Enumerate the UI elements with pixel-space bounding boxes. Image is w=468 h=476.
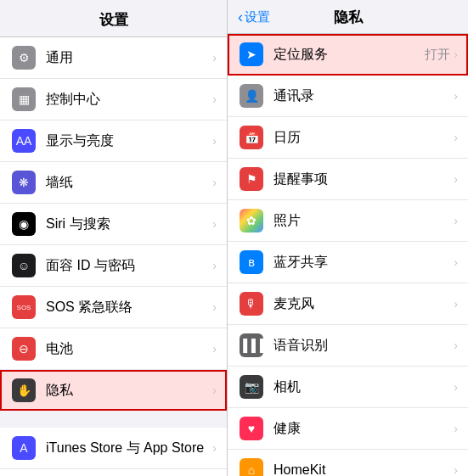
privacy-item-reminders[interactable]: ⚑提醒事项› [228,159,468,200]
sos-chevron-icon: › [212,300,217,314]
location-privacy-icon: ➤ [240,42,263,66]
control-icon: ▦ [12,87,36,111]
contacts-privacy-chevron-icon: › [454,89,458,103]
settings-item-general[interactable]: ⚙通用› [0,37,227,79]
settings-item-itunes[interactable]: AiTunes Store 与 App Store› [0,428,227,469]
sos-icon: SOS [12,295,36,319]
privacy-chevron-icon: › [212,384,217,397]
settings-group-1: ⚙通用›▦控制中心›AA显示与亮度›❋墙纸›◉Siri 与搜索›☺面容 ID 与… [0,37,227,411]
location-privacy-label: 定位服务 [273,46,425,64]
photos-privacy-label: 照片 [273,212,454,230]
privacy-item-location[interactable]: ➤定位服务打开› [228,34,468,76]
speech-privacy-label: 语音识别 [273,337,454,355]
settings-item-battery[interactable]: ⊖电池› [0,328,227,370]
siri-chevron-icon: › [212,217,217,231]
location-privacy-chevron-icon: › [454,48,458,61]
camera-privacy-icon: 📷 [240,375,263,399]
reminders-privacy-icon: ⚑ [240,167,263,191]
privacy-item-camera[interactable]: 📷相机› [228,367,468,408]
contacts-privacy-icon: 👤 [240,84,263,108]
general-chevron-icon: › [212,51,217,64]
calendar-privacy-icon: 📅 [240,126,263,149]
speech-privacy-chevron-icon: › [454,339,458,352]
group-separator-1 [0,411,227,428]
privacy-item-photos[interactable]: ✿照片› [228,200,468,242]
calendar-privacy-chevron-icon: › [454,131,458,144]
homekit-privacy-icon: ⌂ [240,458,263,476]
left-panel: 设置 ⚙通用›▦控制中心›AA显示与亮度›❋墙纸›◉Siri 与搜索›☺面容 I… [0,0,228,476]
settings-item-faceid[interactable]: ☺面容 ID 与密码› [0,245,227,287]
siri-label: Siri 与搜索 [46,216,212,233]
bluetooth-privacy-chevron-icon: › [454,255,458,269]
faceid-label: 面容 ID 与密码 [46,257,212,275]
siri-icon: ◉ [12,212,36,236]
itunes-label: iTunes Store 与 App Store [46,440,212,457]
wallpaper-icon: ❋ [12,171,36,194]
back-button[interactable]: ‹ 设置 [238,8,270,26]
left-panel-header: 设置 [0,0,227,37]
settings-item-privacy[interactable]: ✋隐私› [0,370,227,411]
camera-privacy-chevron-icon: › [454,380,458,394]
speech-privacy-icon: ▐▐▐ [240,333,263,357]
general-icon: ⚙ [12,46,36,70]
location-status: 打开 [425,47,450,63]
settings-item-control[interactable]: ▦控制中心› [0,79,227,120]
reminders-privacy-label: 提醒事项 [273,171,454,188]
calendar-privacy-label: 日历 [273,129,454,147]
general-label: 通用 [46,49,212,67]
bluetooth-privacy-label: 蓝牙共享 [273,254,454,272]
contacts-privacy-label: 通讯录 [273,87,454,105]
privacy-item-health[interactable]: ♥健康› [228,408,468,450]
microphone-privacy-label: 麦克风 [273,295,454,313]
microphone-privacy-icon: 🎙 [240,292,263,316]
battery-label: 电池 [46,340,212,358]
privacy-item-homekit[interactable]: ⌂HomeKit› [228,450,468,476]
privacy-item-calendar[interactable]: 📅日历› [228,117,468,159]
wallpaper-chevron-icon: › [212,176,217,189]
control-label: 控制中心 [46,91,212,109]
health-privacy-icon: ♥ [240,417,263,440]
privacy-icon: ✋ [12,378,36,402]
photos-privacy-chevron-icon: › [454,214,458,227]
settings-group-2: AiTunes Store 与 App Store›▤钱包与 Apple Pay… [0,428,227,476]
right-panel: ‹ 设置 隐私 ➤定位服务打开›👤通讯录›📅日历›⚑提醒事项›✿照片›ʙ蓝牙共享… [228,0,468,476]
wallpaper-label: 墙纸 [46,174,212,192]
display-label: 显示与亮度 [46,132,212,150]
microphone-privacy-chevron-icon: › [454,297,458,311]
battery-icon: ⊖ [12,337,36,361]
faceid-icon: ☺ [12,254,36,277]
reminders-privacy-chevron-icon: › [454,172,458,186]
privacy-item-speech[interactable]: ▐▐▐语音识别› [228,325,468,367]
display-icon: AA [12,129,36,153]
privacy-label: 隐私 [46,382,212,400]
right-header: ‹ 设置 隐私 [228,0,468,34]
photos-privacy-icon: ✿ [240,209,263,232]
settings-item-sos[interactable]: SOSSOS 紧急联络› [0,287,227,328]
back-label: 设置 [245,9,270,25]
itunes-chevron-icon: › [212,441,217,455]
itunes-icon: A [12,436,36,460]
battery-chevron-icon: › [212,342,217,356]
privacy-list: ➤定位服务打开›👤通讯录›📅日历›⚑提醒事项›✿照片›ʙ蓝牙共享›🎙麦克风›▐▐… [228,34,468,476]
privacy-item-microphone[interactable]: 🎙麦克风› [228,283,468,325]
settings-item-wallet[interactable]: ▤钱包与 Apple Pay› [0,469,227,476]
control-chevron-icon: › [212,92,217,106]
health-privacy-label: 健康 [273,420,454,438]
camera-privacy-label: 相机 [273,378,454,396]
settings-item-display[interactable]: AA显示与亮度› [0,120,227,162]
homekit-privacy-label: HomeKit [273,462,454,476]
left-title: 设置 [99,12,128,28]
back-chevron-icon: ‹ [238,8,243,26]
right-title: 隐私 [334,8,363,27]
privacy-item-bluetooth[interactable]: ʙ蓝牙共享› [228,242,468,283]
sos-label: SOS 紧急联络 [46,299,212,316]
privacy-group: ➤定位服务打开›👤通讯录›📅日历›⚑提醒事项›✿照片›ʙ蓝牙共享›🎙麦克风›▐▐… [228,34,468,476]
privacy-item-contacts[interactable]: 👤通讯录› [228,76,468,117]
settings-list: ⚙通用›▦控制中心›AA显示与亮度›❋墙纸›◉Siri 与搜索›☺面容 ID 与… [0,37,227,476]
settings-item-siri[interactable]: ◉Siri 与搜索› [0,204,227,245]
display-chevron-icon: › [212,134,217,148]
homekit-privacy-chevron-icon: › [454,463,458,476]
settings-item-wallpaper[interactable]: ❋墙纸› [0,162,227,204]
faceid-chevron-icon: › [212,259,217,272]
health-privacy-chevron-icon: › [454,422,458,435]
